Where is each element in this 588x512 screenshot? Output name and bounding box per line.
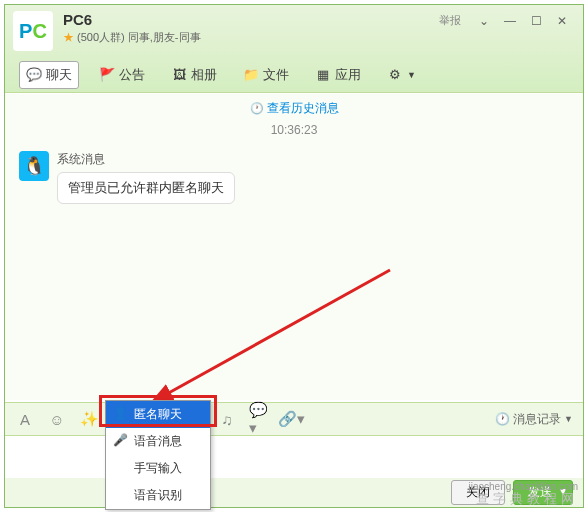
picture-icon: 🖼 [171,67,187,83]
flag-icon: 🚩 [99,67,115,83]
timestamp: 10:36:23 [5,123,583,137]
message-bubble: 管理员已允许群内匿名聊天 [57,172,235,204]
dropdown-label: 语音消息 [134,434,182,448]
tab-files[interactable]: 📁 文件 [237,62,295,88]
history-link[interactable]: 查看历史消息 [5,100,583,117]
tab-apps[interactable]: ▦ 应用 [309,62,367,88]
tab-album[interactable]: 🖼 相册 [165,62,223,88]
font-icon[interactable]: A [15,409,35,429]
tab-notice-label: 公告 [119,66,145,84]
chat-icon: 💬 [26,67,42,83]
window-subtitle: ★ (500人群) 同事,朋友-同事 [63,30,439,45]
apps-icon: ▦ [315,67,331,83]
music-icon[interactable]: ♫ [217,409,237,429]
window-title: PC6 [63,11,439,28]
tab-files-label: 文件 [263,66,289,84]
dropdown-item-voice[interactable]: 🎤 语音消息 [106,428,210,455]
chevron-down-icon: ▼ [407,70,416,80]
minimize-icon[interactable]: — [497,11,523,31]
dropdown-item-speech[interactable]: 语音识别 [106,482,210,509]
tab-chat-label: 聊天 [46,66,72,84]
dropdown-label: 手写输入 [134,461,182,475]
group-logo: PC [13,11,53,51]
history-record-label: 消息记录 [513,411,561,428]
mic-icon: 🎤 [112,432,128,448]
dropdown-label: 语音识别 [134,488,182,502]
chat-bubble-icon[interactable]: 💬▾ [249,409,269,429]
tab-settings[interactable]: ⚙ ▼ [381,63,422,87]
tab-chat[interactable]: 💬 聊天 [19,61,79,89]
input-mode-dropdown: 👤 匿名聊天 🎤 语音消息 手写输入 语音识别 [105,400,211,510]
message-input[interactable] [5,436,583,478]
tab-album-label: 相册 [191,66,217,84]
dropdown-icon[interactable]: ⌄ [471,11,497,31]
mask-icon: 👤 [112,405,128,421]
sparkle-icon[interactable]: ✨ [79,409,99,429]
close-icon[interactable]: ✕ [549,11,575,31]
tab-apps-label: 应用 [335,66,361,84]
watermark: 查字典教程网 [476,490,578,508]
clock-icon: 🕐 [495,412,510,426]
folder-icon: 📁 [243,67,259,83]
watermark-url: jiaocheng.chazidian.com [468,481,578,492]
report-link[interactable]: 举报 [439,13,461,28]
link-icon[interactable]: 🔗▾ [281,409,301,429]
dropdown-label: 匿名聊天 [134,407,182,421]
chevron-down-icon: ▼ [564,414,573,424]
tab-notice[interactable]: 🚩 公告 [93,62,151,88]
system-avatar: 🐧 [19,151,49,181]
history-record-button[interactable]: 🕐 消息记录 ▼ [495,411,573,428]
chat-content: 查看历史消息 10:36:23 🐧 系统消息 管理员已允许群内匿名聊天 [5,94,583,400]
emoji-icon[interactable]: ☺ [47,409,67,429]
sender-name: 系统消息 [57,151,235,168]
dropdown-item-handwrite[interactable]: 手写输入 [106,455,210,482]
dropdown-item-anonymous[interactable]: 👤 匿名聊天 [106,401,210,428]
maximize-icon[interactable]: ☐ [523,11,549,31]
gear-icon: ⚙ [387,67,403,83]
